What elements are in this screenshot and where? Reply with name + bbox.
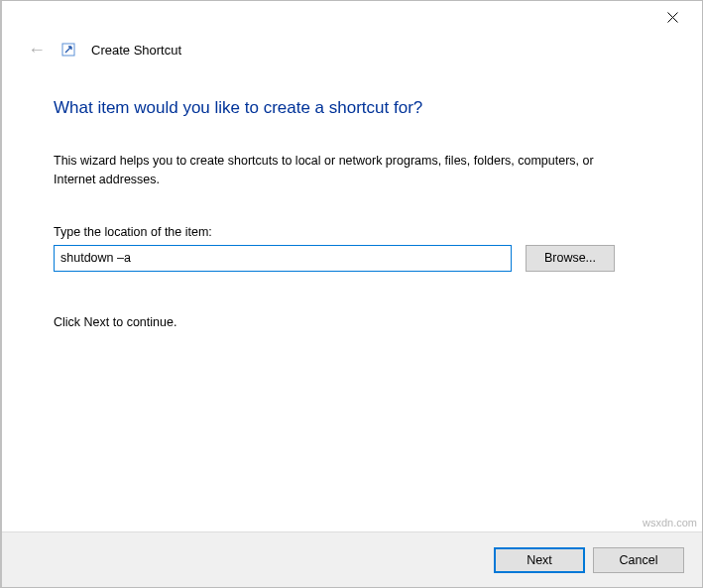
main-heading: What item would you like to create a sho… [54,98,650,118]
content-area: What item would you like to create a sho… [2,59,702,531]
back-arrow-icon: ← [28,41,46,59]
location-input-row: Browse... [54,245,650,272]
next-button[interactable]: Next [494,547,585,573]
location-input[interactable] [54,245,512,272]
browse-button[interactable]: Browse... [526,245,615,272]
wizard-description: This wizard helps you to create shortcut… [54,152,609,189]
close-button[interactable] [652,3,692,31]
watermark: wsxdn.com [643,517,697,529]
header-row: ← Create Shortcut [2,33,702,59]
wizard-window: ← Create Shortcut What item would you li… [0,0,703,588]
shortcut-icon [61,43,75,57]
close-icon [667,12,678,23]
wizard-title: Create Shortcut [91,43,181,58]
footer-bar: Next Cancel [2,531,702,587]
continue-text: Click Next to continue. [54,315,650,329]
location-label: Type the location of the item: [54,225,650,239]
cancel-button[interactable]: Cancel [593,547,684,573]
titlebar [2,1,702,33]
